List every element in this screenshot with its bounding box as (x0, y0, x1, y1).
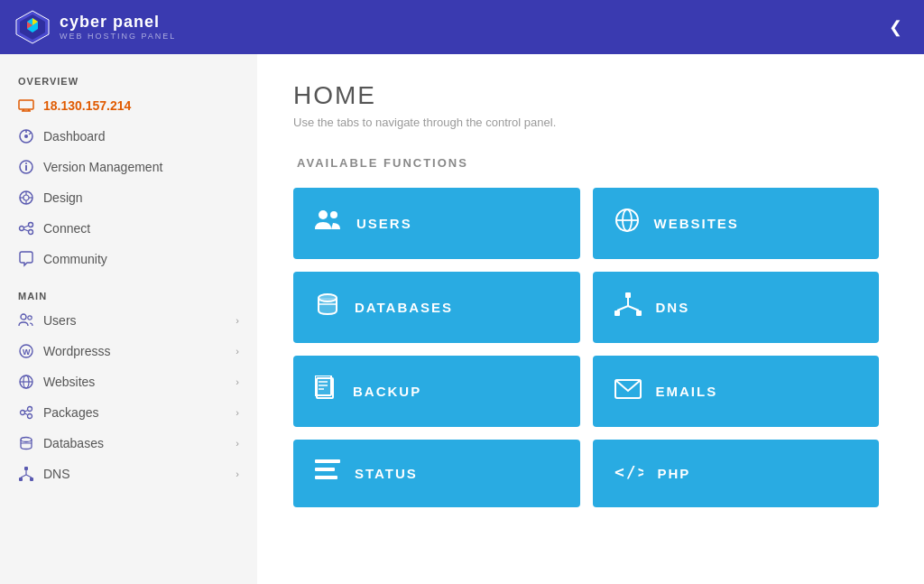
svg-rect-43 (30, 477, 33, 481)
svg-line-59 (628, 306, 639, 311)
backup-func-icon (315, 375, 338, 407)
sidebar-item-websites[interactable]: Websites › (0, 366, 257, 397)
logo-subtitle: WEB HOSTING PANEL (60, 32, 176, 41)
svg-rect-41 (24, 467, 28, 470)
users-chevron: › (236, 315, 239, 326)
wordpress-label: Wordpresss (43, 344, 110, 358)
emails-func-icon (614, 377, 642, 405)
community-label: Community (43, 252, 107, 266)
logo-area: cyber panel WEB HOSTING PANEL (14, 9, 176, 45)
sidebar-item-users[interactable]: Users › (0, 305, 257, 336)
page-subtitle: Use the tabs to navigate through the con… (293, 116, 888, 129)
sidebar-toggle-button[interactable]: ❮ (882, 14, 910, 41)
svg-point-22 (20, 227, 24, 231)
function-card-status[interactable]: STATUS (293, 440, 580, 507)
connect-icon (18, 220, 34, 236)
svg-rect-68 (315, 476, 337, 479)
sidebar-item-connect[interactable]: Connect (0, 213, 257, 244)
php-func-label: PHP (658, 466, 691, 481)
svg-point-27 (21, 314, 26, 320)
svg-line-26 (24, 229, 29, 231)
svg-line-37 (25, 411, 28, 413)
header: cyber panel WEB HOSTING PANEL ❮ (0, 0, 924, 54)
svg-text:</>: </> (614, 463, 643, 481)
svg-point-28 (28, 316, 32, 320)
dns-func-label: DNS (656, 300, 690, 315)
svg-text:W: W (23, 348, 31, 357)
users-label: Users (43, 313, 77, 328)
sidebar-item-databases[interactable]: Databases › (0, 428, 257, 459)
sidebar-item-dns[interactable]: DNS › (0, 459, 257, 489)
function-card-websites[interactable]: WEBSITES (593, 188, 880, 259)
sidebar-item-dashboard[interactable]: Dashboard (0, 121, 257, 152)
svg-rect-67 (315, 468, 335, 471)
function-card-emails[interactable]: EMAILS (593, 356, 880, 427)
svg-line-38 (25, 413, 28, 415)
svg-point-10 (24, 134, 28, 138)
dashboard-icon (18, 128, 34, 144)
svg-rect-54 (625, 292, 631, 298)
databases-func-label: DATABASES (355, 300, 453, 315)
logo-icon (14, 9, 51, 45)
sidebar-item-community[interactable]: Community (0, 244, 257, 274)
main-content: HOME Use the tabs to navigate through th… (257, 54, 924, 584)
layout: OVERVIEW 18.130.157.214 (0, 54, 924, 584)
sidebar: OVERVIEW 18.130.157.214 (0, 54, 257, 584)
websites-func-label: WEBSITES (654, 216, 739, 231)
databases-icon (18, 435, 34, 451)
wordpress-chevron: › (236, 346, 239, 357)
status-func-label: STATUS (355, 466, 418, 481)
function-card-php[interactable]: </> PHP (593, 440, 880, 507)
ip-address: 18.130.157.214 (43, 98, 131, 113)
svg-line-45 (21, 475, 26, 477)
sidebar-item-design[interactable]: Design (0, 182, 257, 213)
users-func-icon (315, 209, 342, 237)
php-func-icon: </> (614, 459, 643, 487)
svg-line-12 (29, 133, 32, 134)
design-icon (18, 190, 34, 206)
wordpress-icon: W (18, 343, 34, 359)
main-section-label: MAIN (0, 283, 257, 305)
version-management-label: Version Management (43, 160, 162, 174)
svg-point-36 (28, 414, 32, 419)
function-card-backup[interactable]: BACKUP (293, 356, 580, 427)
svg-rect-56 (636, 311, 642, 316)
databases-label: Databases (43, 436, 104, 450)
svg-point-35 (28, 407, 32, 412)
svg-point-39 (21, 438, 32, 442)
svg-point-15 (25, 162, 27, 164)
svg-rect-5 (19, 100, 33, 109)
svg-line-25 (24, 226, 29, 227)
svg-point-48 (330, 211, 337, 218)
sidebar-item-packages[interactable]: Packages › (0, 397, 257, 428)
sidebar-item-version-management[interactable]: Version Management (0, 152, 257, 182)
logo-text-area: cyber panel WEB HOSTING PANEL (60, 14, 176, 41)
page-title: HOME (293, 81, 888, 110)
functions-grid: USERS WEBSITES (293, 188, 879, 507)
svg-rect-66 (315, 459, 340, 463)
websites-chevron: › (236, 376, 239, 387)
svg-point-34 (21, 411, 25, 415)
connect-label: Connect (43, 221, 90, 236)
svg-point-24 (29, 230, 33, 235)
info-icon (18, 159, 34, 175)
svg-point-17 (23, 195, 29, 200)
function-card-users[interactable]: USERS (293, 188, 580, 259)
status-func-icon (315, 459, 340, 487)
function-card-databases[interactable]: DATABASES (293, 272, 580, 343)
dns-func-icon (614, 292, 642, 322)
svg-line-58 (617, 306, 628, 311)
dashboard-label: Dashboard (43, 129, 106, 144)
sidebar-item-ip[interactable]: 18.130.157.214 (0, 90, 257, 121)
community-icon (18, 251, 34, 267)
monitor-icon (18, 97, 34, 114)
svg-rect-55 (614, 311, 620, 316)
users-func-label: USERS (356, 216, 412, 231)
websites-label: Websites (43, 375, 95, 389)
function-card-dns[interactable]: DNS (593, 272, 880, 343)
sidebar-item-wordpress[interactable]: W Wordpresss › (0, 336, 257, 366)
backup-func-label: BACKUP (353, 384, 421, 399)
logo-title: cyber panel (60, 14, 176, 32)
packages-label: Packages (43, 405, 98, 420)
overview-section-label: OVERVIEW (0, 69, 257, 90)
